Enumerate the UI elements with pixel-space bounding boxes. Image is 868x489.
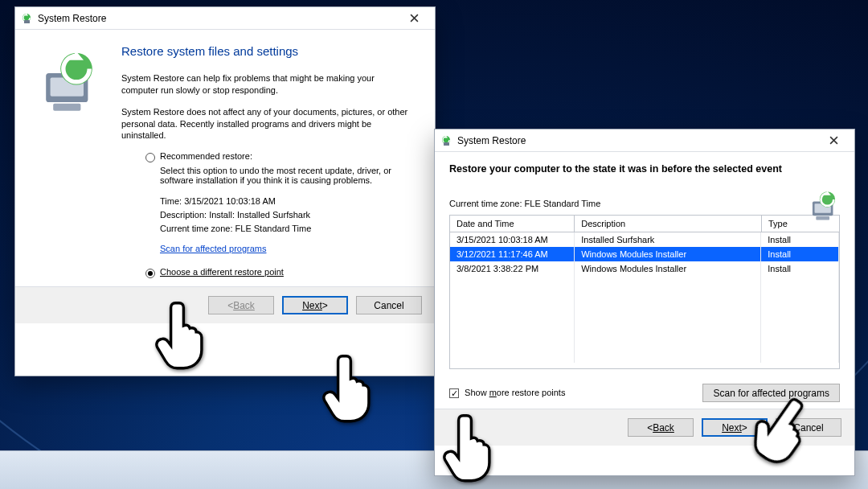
col-description[interactable]: Description [575, 216, 762, 232]
table-cell: 3/12/2021 11:17:46 AM [450, 247, 575, 261]
table-row-empty [450, 305, 839, 319]
system-restore-wizard-window: System Restore Restore system files and … [14, 6, 436, 376]
window-title: System Restore [457, 135, 526, 146]
close-icon [410, 14, 419, 23]
table-row-empty [450, 334, 839, 348]
recommended-restore-label: Recommended restore: [160, 151, 252, 161]
table-row-empty [450, 348, 839, 363]
svg-rect-5 [53, 104, 80, 111]
choose-different-restore-option[interactable]: Choose a different restore point [145, 267, 417, 278]
restore-illustration-icon [806, 187, 841, 223]
checkbox-checked-icon [449, 388, 459, 398]
titlebar[interactable]: System Restore [15, 7, 435, 30]
close-button[interactable] [817, 131, 850, 150]
choose-different-label: Choose a different restore point [160, 267, 284, 277]
intro-paragraph-2: System Restore does not affect any of yo… [121, 106, 411, 142]
col-date[interactable]: Date and Time [450, 216, 575, 232]
radio-unselected-icon [145, 153, 155, 162]
table-cell: Install [761, 232, 839, 247]
table-row-empty [450, 276, 839, 290]
table-row[interactable]: 3/15/2021 10:03:18 AMInstalled Surfshark… [450, 232, 839, 247]
next-button[interactable]: Next > [702, 418, 768, 437]
page-title: Restore system files and settings [121, 44, 417, 58]
restore-points-table[interactable]: Date and Time Description Type [449, 215, 840, 232]
cancel-button[interactable]: Cancel [356, 296, 422, 314]
restore-point-details: Time: 3/15/2021 10:03:18 AM Description:… [160, 195, 417, 256]
svg-rect-10 [444, 142, 449, 146]
back-button[interactable]: < Back [628, 418, 694, 437]
page-title: Restore your computer to the state it wa… [449, 163, 840, 175]
table-cell: Installed Surfshark [575, 232, 761, 247]
restore-point-select-window: System Restore Restore your computer to … [434, 129, 855, 476]
wizard-button-row: < Back Next > Cancel [15, 286, 435, 323]
wizard-button-row: < Back Next > Cancel [435, 409, 854, 446]
recommended-restore-option[interactable]: Recommended restore: [145, 151, 417, 162]
table-row[interactable]: 3/12/2021 11:17:46 AMWindows Modules Ins… [450, 247, 839, 261]
recommended-restore-description: Select this option to undo the most rece… [160, 166, 417, 185]
intro-paragraph-1: System Restore can help fix problems tha… [121, 72, 411, 97]
svg-rect-13 [816, 216, 829, 220]
scan-affected-programs-button[interactable]: Scan for affected programs [702, 384, 840, 402]
timezone-line: Current time zone: FLE Standard Time [449, 199, 840, 208]
system-restore-icon [20, 12, 33, 25]
close-button[interactable] [398, 9, 430, 28]
next-button[interactable]: Next > [282, 296, 348, 314]
back-button[interactable]: < Back [208, 296, 274, 314]
radio-selected-icon [145, 269, 155, 278]
table-cell: Windows Modules Installer [575, 261, 761, 276]
system-restore-icon [440, 134, 452, 147]
table-row[interactable]: 3/8/2021 3:38:22 PMWindows Modules Insta… [450, 261, 839, 276]
cancel-button[interactable]: Cancel [776, 418, 841, 437]
window-title: System Restore [38, 13, 106, 24]
table-cell: Install [761, 261, 839, 276]
table-cell: Windows Modules Installer [575, 247, 761, 261]
table-row-empty [450, 290, 839, 305]
restore-illustration-icon [33, 44, 105, 117]
show-more-restore-points-checkbox[interactable]: Show more restore points [449, 388, 565, 398]
scan-affected-programs-link[interactable]: Scan for affected programs [160, 242, 266, 256]
table-cell: 3/15/2021 10:03:18 AM [450, 232, 575, 247]
table-row-empty [450, 319, 839, 334]
table-cell: 3/8/2021 3:38:22 PM [450, 261, 575, 276]
titlebar[interactable]: System Restore [435, 129, 854, 152]
table-cell: Install [761, 247, 839, 261]
close-icon [829, 136, 838, 145]
svg-rect-2 [24, 20, 30, 23]
